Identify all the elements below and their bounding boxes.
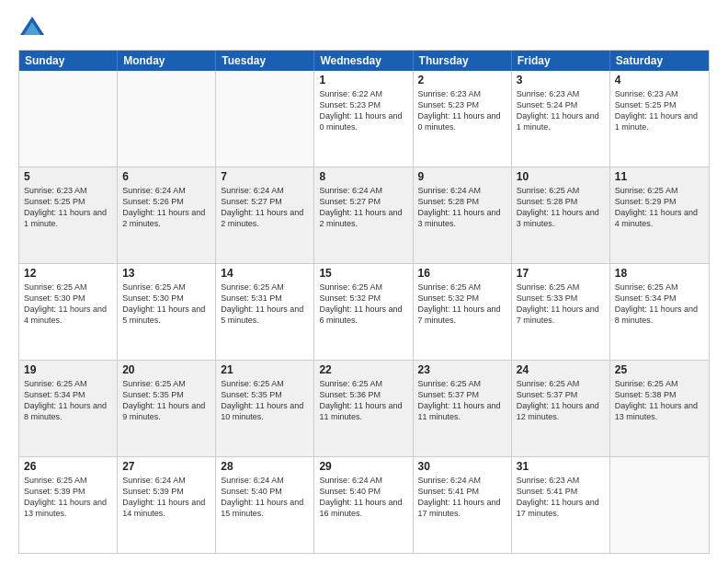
- day-cell-15: 15Sunrise: 6:25 AM Sunset: 5:32 PM Dayli…: [314, 264, 413, 360]
- calendar-row: 12Sunrise: 6:25 AM Sunset: 5:30 PM Dayli…: [19, 263, 709, 360]
- day-number: 9: [418, 170, 506, 183]
- cell-info: Sunrise: 6:24 AM Sunset: 5:40 PM Dayligh…: [221, 475, 309, 520]
- day-number: 1: [319, 74, 407, 86]
- day-number: 29: [319, 460, 407, 473]
- page: SundayMondayTuesdayWednesdayThursdayFrid…: [0, 0, 728, 563]
- header-cell-tuesday: Tuesday: [216, 51, 314, 71]
- day-cell-30: 30Sunrise: 6:24 AM Sunset: 5:41 PM Dayli…: [414, 457, 512, 553]
- day-cell-27: 27Sunrise: 6:24 AM Sunset: 5:39 PM Dayli…: [118, 457, 216, 553]
- day-number: 25: [615, 363, 704, 376]
- cell-info: Sunrise: 6:23 AM Sunset: 5:41 PM Dayligh…: [517, 475, 605, 520]
- cell-info: Sunrise: 6:25 AM Sunset: 5:32 PM Dayligh…: [319, 282, 407, 327]
- day-number: 11: [615, 170, 704, 183]
- day-cell-29: 29Sunrise: 6:24 AM Sunset: 5:40 PM Dayli…: [314, 457, 413, 553]
- cell-info: Sunrise: 6:25 AM Sunset: 5:28 PM Dayligh…: [517, 185, 605, 230]
- header-cell-saturday: Saturday: [610, 51, 709, 71]
- cell-info: Sunrise: 6:25 AM Sunset: 5:34 PM Dayligh…: [24, 378, 112, 423]
- day-number: 12: [24, 267, 112, 280]
- calendar-row: 5Sunrise: 6:23 AM Sunset: 5:25 PM Daylig…: [19, 167, 709, 263]
- cell-info: Sunrise: 6:25 AM Sunset: 5:35 PM Dayligh…: [122, 378, 210, 423]
- day-cell-14: 14Sunrise: 6:25 AM Sunset: 5:31 PM Dayli…: [216, 264, 314, 360]
- day-cell-28: 28Sunrise: 6:24 AM Sunset: 5:40 PM Dayli…: [216, 457, 314, 553]
- day-number: 24: [517, 363, 605, 376]
- day-number: 21: [221, 363, 309, 376]
- day-cell-11: 11Sunrise: 6:25 AM Sunset: 5:29 PM Dayli…: [610, 167, 709, 263]
- day-cell-25: 25Sunrise: 6:25 AM Sunset: 5:38 PM Dayli…: [610, 361, 709, 456]
- day-cell-7: 7Sunrise: 6:24 AM Sunset: 5:27 PM Daylig…: [216, 167, 314, 263]
- logo-icon: [18, 15, 46, 42]
- cell-info: Sunrise: 6:24 AM Sunset: 5:27 PM Dayligh…: [319, 185, 407, 230]
- day-number: 14: [221, 267, 309, 280]
- cell-info: Sunrise: 6:25 AM Sunset: 5:31 PM Dayligh…: [221, 282, 309, 327]
- day-cell-17: 17Sunrise: 6:25 AM Sunset: 5:33 PM Dayli…: [512, 264, 610, 360]
- day-number: 4: [615, 74, 704, 86]
- calendar-row: 26Sunrise: 6:25 AM Sunset: 5:39 PM Dayli…: [19, 456, 709, 553]
- day-cell-19: 19Sunrise: 6:25 AM Sunset: 5:34 PM Dayli…: [19, 361, 118, 456]
- cell-info: Sunrise: 6:24 AM Sunset: 5:39 PM Dayligh…: [122, 475, 210, 520]
- cell-info: Sunrise: 6:22 AM Sunset: 5:23 PM Dayligh…: [319, 88, 407, 133]
- calendar-body: 1Sunrise: 6:22 AM Sunset: 5:23 PM Daylig…: [19, 71, 709, 553]
- day-number: 5: [24, 170, 112, 183]
- header-cell-wednesday: Wednesday: [314, 51, 413, 71]
- cell-info: Sunrise: 6:25 AM Sunset: 5:33 PM Dayligh…: [517, 282, 605, 327]
- calendar-header: SundayMondayTuesdayWednesdayThursdayFrid…: [19, 51, 709, 71]
- cell-info: Sunrise: 6:25 AM Sunset: 5:38 PM Dayligh…: [615, 378, 704, 423]
- cell-info: Sunrise: 6:23 AM Sunset: 5:24 PM Dayligh…: [517, 88, 605, 133]
- day-cell-9: 9Sunrise: 6:24 AM Sunset: 5:28 PM Daylig…: [414, 167, 512, 263]
- cell-info: Sunrise: 6:23 AM Sunset: 5:23 PM Dayligh…: [418, 88, 506, 133]
- day-number: 19: [24, 363, 112, 376]
- day-cell-22: 22Sunrise: 6:25 AM Sunset: 5:36 PM Dayli…: [314, 361, 413, 456]
- cell-info: Sunrise: 6:24 AM Sunset: 5:28 PM Dayligh…: [418, 185, 506, 230]
- header-cell-monday: Monday: [118, 51, 216, 71]
- day-cell-3: 3Sunrise: 6:23 AM Sunset: 5:24 PM Daylig…: [512, 71, 610, 167]
- day-number: 27: [122, 460, 210, 473]
- cell-info: Sunrise: 6:25 AM Sunset: 5:30 PM Dayligh…: [122, 282, 210, 327]
- header: [18, 15, 710, 42]
- day-cell-18: 18Sunrise: 6:25 AM Sunset: 5:34 PM Dayli…: [610, 264, 709, 360]
- day-cell-6: 6Sunrise: 6:24 AM Sunset: 5:26 PM Daylig…: [118, 167, 216, 263]
- cell-info: Sunrise: 6:25 AM Sunset: 5:36 PM Dayligh…: [319, 378, 407, 423]
- cell-info: Sunrise: 6:24 AM Sunset: 5:41 PM Dayligh…: [418, 475, 506, 520]
- day-number: 13: [122, 267, 210, 280]
- day-cell-8: 8Sunrise: 6:24 AM Sunset: 5:27 PM Daylig…: [314, 167, 413, 263]
- logo: [18, 15, 50, 42]
- day-cell-4: 4Sunrise: 6:23 AM Sunset: 5:25 PM Daylig…: [610, 71, 709, 167]
- day-number: 10: [517, 170, 605, 183]
- day-number: 15: [319, 267, 407, 280]
- header-cell-friday: Friday: [512, 51, 610, 71]
- day-cell-10: 10Sunrise: 6:25 AM Sunset: 5:28 PM Dayli…: [512, 167, 610, 263]
- header-cell-sunday: Sunday: [19, 51, 118, 71]
- day-number: 31: [517, 460, 605, 473]
- day-number: 18: [615, 267, 704, 280]
- cell-info: Sunrise: 6:24 AM Sunset: 5:40 PM Dayligh…: [319, 475, 407, 520]
- cell-info: Sunrise: 6:25 AM Sunset: 5:32 PM Dayligh…: [418, 282, 506, 327]
- day-number: 22: [319, 363, 407, 376]
- header-cell-thursday: Thursday: [414, 51, 512, 71]
- day-cell-16: 16Sunrise: 6:25 AM Sunset: 5:32 PM Dayli…: [414, 264, 512, 360]
- day-cell-26: 26Sunrise: 6:25 AM Sunset: 5:39 PM Dayli…: [19, 457, 118, 553]
- cell-info: Sunrise: 6:24 AM Sunset: 5:27 PM Dayligh…: [221, 185, 309, 230]
- cell-info: Sunrise: 6:25 AM Sunset: 5:39 PM Dayligh…: [24, 475, 112, 520]
- cell-info: Sunrise: 6:24 AM Sunset: 5:26 PM Dayligh…: [122, 185, 210, 230]
- calendar-row: 1Sunrise: 6:22 AM Sunset: 5:23 PM Daylig…: [19, 71, 709, 167]
- day-cell-13: 13Sunrise: 6:25 AM Sunset: 5:30 PM Dayli…: [118, 264, 216, 360]
- day-number: 23: [418, 363, 506, 376]
- day-number: 16: [418, 267, 506, 280]
- day-cell-23: 23Sunrise: 6:25 AM Sunset: 5:37 PM Dayli…: [414, 361, 512, 456]
- day-number: 26: [24, 460, 112, 473]
- day-number: 8: [319, 170, 407, 183]
- day-cell-21: 21Sunrise: 6:25 AM Sunset: 5:35 PM Dayli…: [216, 361, 314, 456]
- cell-info: Sunrise: 6:23 AM Sunset: 5:25 PM Dayligh…: [24, 185, 112, 230]
- cell-info: Sunrise: 6:25 AM Sunset: 5:35 PM Dayligh…: [221, 378, 309, 423]
- day-cell-1: 1Sunrise: 6:22 AM Sunset: 5:23 PM Daylig…: [314, 71, 413, 167]
- calendar-row: 19Sunrise: 6:25 AM Sunset: 5:34 PM Dayli…: [19, 360, 709, 456]
- empty-cell: [118, 71, 216, 167]
- day-cell-2: 2Sunrise: 6:23 AM Sunset: 5:23 PM Daylig…: [414, 71, 512, 167]
- empty-cell: [216, 71, 314, 167]
- cell-info: Sunrise: 6:25 AM Sunset: 5:30 PM Dayligh…: [24, 282, 112, 327]
- day-number: 30: [418, 460, 506, 473]
- day-number: 6: [122, 170, 210, 183]
- calendar: SundayMondayTuesdayWednesdayThursdayFrid…: [18, 50, 710, 554]
- day-number: 17: [517, 267, 605, 280]
- day-number: 7: [221, 170, 309, 183]
